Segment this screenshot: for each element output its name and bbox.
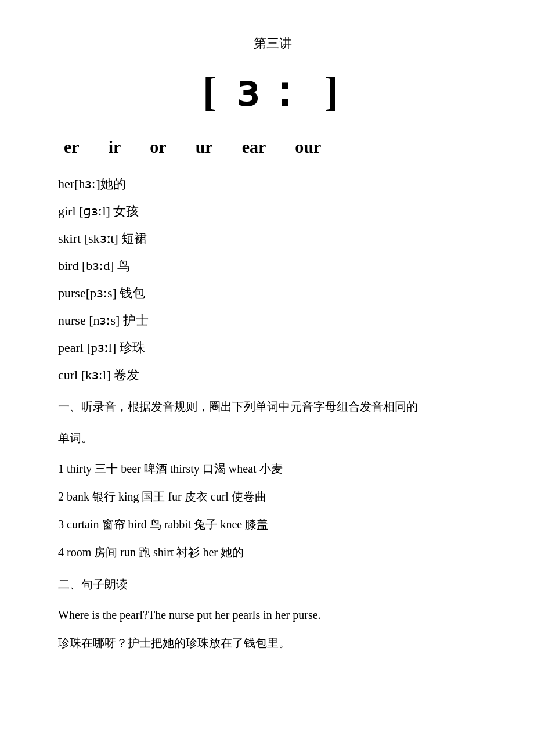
vocab-item: pearl [pɜːl] 珍珠 bbox=[58, 338, 488, 357]
exercise-list: 1 thirty 三十 beer 啤酒 thirsty 口渴 wheat 小麦2… bbox=[58, 459, 488, 562]
exercise-item: 4 room 房间 run 跑 shirt 衬衫 her 她的 bbox=[58, 542, 488, 562]
exercise-item: 1 thirty 三十 beer 啤酒 thirsty 口渴 wheat 小麦 bbox=[58, 459, 488, 478]
section1-title: 一、听录音，根据发音规则，圈出下列单词中元音字母组合发音相同的单词。 bbox=[58, 396, 488, 448]
vocab-item: her[hɜː]她的 bbox=[58, 174, 488, 193]
phonetic-symbol-display: [ ɜ： ] bbox=[58, 64, 488, 120]
phonetic-combo: ir bbox=[109, 137, 121, 157]
page-title: 第三讲 bbox=[58, 35, 488, 52]
exercise-item: 3 curtain 窗帘 bird 鸟 rabbit 兔子 knee 膝盖 bbox=[58, 514, 488, 534]
vocab-item: girl [ɡɜːl] 女孩 bbox=[58, 201, 488, 221]
vocab-item: nurse [nɜːs] 护士 bbox=[58, 311, 488, 330]
phonetic-combo: our bbox=[295, 137, 321, 157]
phonetic-combo: or bbox=[150, 137, 166, 157]
phonetic-combo: ear bbox=[242, 137, 266, 157]
vocab-item: bird [bɜːd] 鸟 bbox=[58, 256, 488, 275]
exercise-item: 2 bank 银行 king 国王 fur 皮衣 curl 使卷曲 bbox=[58, 487, 488, 506]
phonetic-combo: er bbox=[64, 137, 80, 157]
vocabulary-list: her[hɜː]她的girl [ɡɜːl] 女孩skirt [skɜːt] 短裙… bbox=[58, 174, 488, 384]
phonetic-combinations: erirorurearour bbox=[58, 137, 488, 157]
vocab-item: skirt [skɜːt] 短裙 bbox=[58, 229, 488, 248]
phonetic-combo: ur bbox=[196, 137, 213, 157]
vocab-item: curl [kɜːl] 卷发 bbox=[58, 365, 488, 384]
section2-title: 二、句子朗读 bbox=[58, 574, 488, 595]
sentence-section: Where is the pearl?The nurse put her pea… bbox=[58, 605, 488, 653]
vocab-item: purse[pɜːs] 钱包 bbox=[58, 283, 488, 303]
